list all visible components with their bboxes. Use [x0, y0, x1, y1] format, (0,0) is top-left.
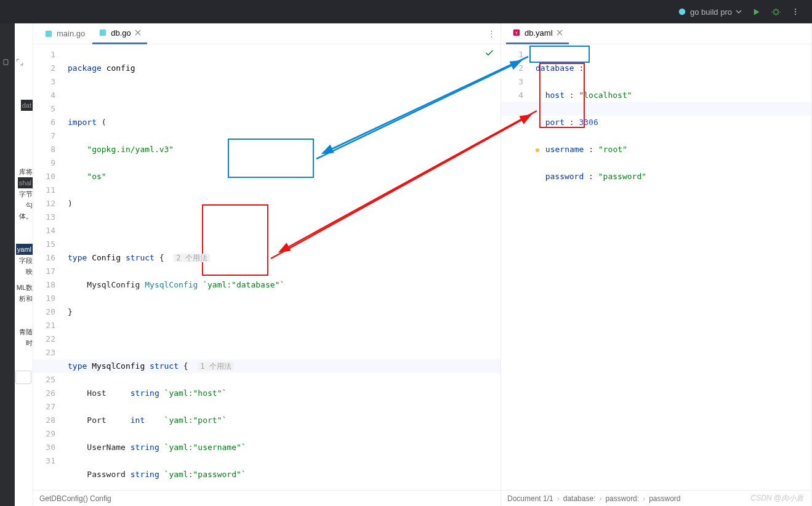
run-button[interactable]: [750, 6, 762, 17]
close-icon[interactable]: [557, 30, 563, 36]
debug-button[interactable]: [770, 6, 781, 17]
side-line: 青随时: [15, 326, 33, 348]
side-line: 库将: [15, 166, 33, 177]
tab-db-go[interactable]: db.go: [92, 23, 147, 44]
code-area-yaml[interactable]: 12345 database : host : "localhost" port…: [501, 44, 811, 490]
go-file-icon: [98, 28, 107, 37]
tab-main-go[interactable]: main.go: [38, 23, 91, 44]
tab-db-yaml[interactable]: Y db.yaml: [506, 23, 569, 44]
side-line: 字节: [15, 188, 33, 199]
side-hl-yaml: yaml: [16, 244, 33, 255]
svg-point-3: [795, 11, 796, 12]
svg-rect-5: [4, 60, 8, 65]
copy-icon[interactable]: [2, 58, 10, 66]
svg-rect-6: [46, 30, 52, 37]
run-config-selector[interactable]: go build pro: [678, 7, 742, 17]
svg-point-4: [795, 14, 796, 15]
breadcrumb[interactable]: password: [649, 494, 680, 503]
editor-pane-yaml: Y db.yaml 12345 database : host : "local…: [501, 23, 812, 506]
side-hl: shal: [18, 177, 33, 188]
corner-icons: [2, 58, 29, 66]
run-config-label: go build pro: [690, 7, 732, 17]
more-icon[interactable]: [790, 6, 801, 17]
tab-label: main.go: [57, 29, 85, 38]
editor-pane-go: main.go db.go ⋮ 123456789101112131415161…: [33, 23, 501, 506]
code-area-go[interactable]: 1234567891011121314151617181920212223242…: [33, 44, 500, 490]
breadcrumb-bar-left: GetDBConfig() Config: [33, 490, 500, 506]
yaml-content[interactable]: database : host : "localhost" port : 330…: [531, 44, 811, 490]
tab-bar-left: main.go db.go ⋮: [33, 23, 500, 44]
side-line: 字段映: [15, 255, 33, 277]
close-icon[interactable]: [135, 30, 141, 36]
watermark: CSDN @肉小盾: [750, 493, 803, 504]
doc-position: Document 1/1: [507, 494, 553, 503]
expand-icon[interactable]: [15, 58, 24, 66]
gopher-icon: [678, 7, 686, 16]
workspace: dat · 库将 shal 字节 勾体。 yaml 字段映 ML数 析和 青随时: [0, 23, 812, 506]
svg-point-2: [795, 9, 796, 10]
breadcrumb[interactable]: GetDBConfig() Config: [39, 494, 111, 503]
chevron-down-icon: [736, 9, 742, 15]
code-content[interactable]: package config import ( "gopkg.in/yaml.v…: [63, 44, 500, 490]
svg-rect-7: [100, 30, 107, 36]
top-bar: go build pro: [0, 0, 812, 23]
side-hl: dat: [21, 100, 33, 111]
yaml-file-icon: Y: [512, 28, 521, 37]
svg-point-0: [679, 9, 686, 15]
side-line: 析和: [15, 293, 33, 304]
breadcrumb[interactable]: database:: [563, 494, 596, 503]
side-text-panel: dat · 库将 shal 字节 勾体。 yaml 字段映 ML数 析和 青随时: [15, 23, 33, 506]
tab-label: db.yaml: [525, 28, 553, 38]
side-input[interactable]: [15, 371, 31, 384]
breadcrumb[interactable]: password:: [605, 494, 639, 503]
side-line: 勾体。: [15, 199, 33, 222]
tab-label: db.go: [111, 28, 131, 38]
side-line: ML数: [15, 282, 33, 293]
inspection-ok-icon: [484, 48, 494, 58]
tab-overflow-icon[interactable]: ⋮: [488, 29, 496, 38]
tab-bar-right: Y db.yaml: [501, 23, 811, 44]
svg-text:Y: Y: [515, 31, 518, 35]
warning-icon: [536, 148, 539, 152]
tool-strip: [0, 23, 15, 506]
go-file-icon: [44, 30, 53, 38]
gutter: 1234567891011121314151617181920212223242…: [33, 44, 63, 490]
